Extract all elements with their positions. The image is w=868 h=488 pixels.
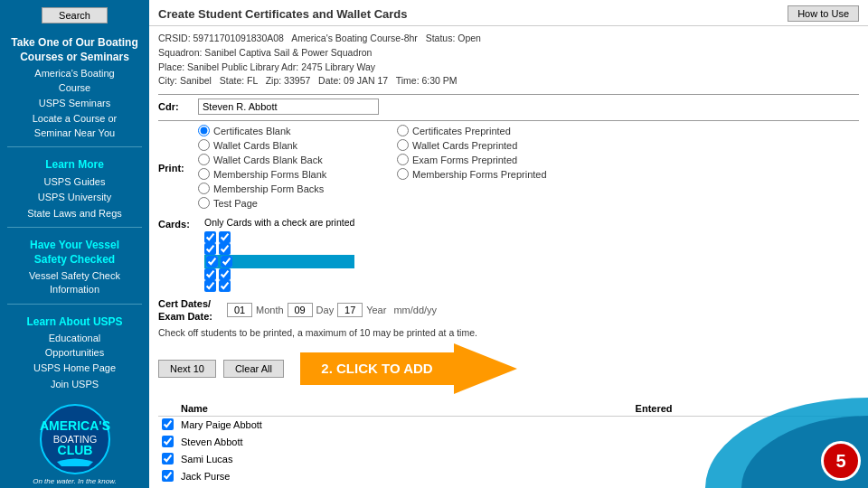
label-certs-preprinted: Certificates Preprinted [412,126,511,136]
card-check-5a[interactable] [204,280,216,292]
day-label: Day [316,305,335,315]
radio-membership-backs[interactable] [198,183,210,194]
info-crsid: CRSID: 59711701091830A08 [158,33,284,43]
click-to-add-arrow: 2. CLICK TO ADD [300,343,517,394]
info-time: Time: 6:30 PM [396,75,458,86]
sidebar-link-state-laws[interactable]: State Laws and Regs [27,207,122,221]
cards-row-3-highlighted [204,255,354,268]
card-check-3b[interactable] [221,256,232,267]
table-col-entered: Entered [632,401,859,417]
card-check-4a[interactable] [204,268,216,280]
info-place: Place: Sanibel Public Library Adr: 2475 … [158,61,375,72]
print-col-4a: Membership Forms Blank [198,168,397,180]
row-2-checkbox[interactable] [162,453,174,465]
radio-wallet-blank-back[interactable] [198,154,210,165]
info-course: America's Boating Course-8hr [291,33,418,43]
radio-wallet-preprinted[interactable] [397,139,409,151]
radio-wallet-blank[interactable] [198,139,210,151]
row-0-name: Mary Paige Abbott [177,416,632,434]
row-1-check-cell [158,434,177,451]
print-col-2b: Wallet Cards Preprinted [397,139,596,151]
sidebar-link-abc[interactable]: America's BoatingCourse [34,67,114,95]
cert-date-label-1: Cert Dates/ [158,298,211,309]
next-10-button[interactable]: Next 10 [158,360,216,378]
print-row-4: Membership Forms Blank Membership Forms … [198,168,596,180]
print-row-6: Test Page [198,197,596,209]
svg-text:AMERICA'S: AMERICA'S [40,418,110,433]
sidebar-link-usps-home[interactable]: USPS Home Page [33,361,116,375]
course-info: CRSID: 59711701091830A08 America's Boati… [158,32,859,89]
check-note: Check off students to be printed, a maxi… [158,327,859,338]
year-format: mm/dd/yy [393,305,437,315]
card-check-1b[interactable] [219,231,231,243]
sidebar-link-vsc[interactable]: Vessel Safety CheckInformation [29,269,120,297]
row-3-entered [632,468,859,485]
card-check-2b[interactable] [219,243,231,255]
table-col-name: Name [177,401,632,417]
cards-row-1 [204,231,354,243]
sidebar-link-locate[interactable]: Locate a Course orSeminar Near You [33,112,118,140]
clear-all-button[interactable]: Clear All [223,360,284,378]
search-button[interactable]: Search [42,7,108,23]
row-0-check-cell [158,416,177,434]
row-1-entered [632,434,859,451]
label-exam-preprinted: Exam Forms Preprinted [412,155,517,165]
radio-certs-blank[interactable] [198,125,210,136]
print-col-3a: Wallet Cards Blank Back [198,154,397,165]
sidebar-link-join[interactable]: Join USPS [51,378,99,391]
row-1-name: Steven Abbott [177,434,632,451]
row-1-checkbox[interactable] [162,436,174,447]
print-row-2: Wallet Cards Blank Wallet Cards Preprint… [198,139,596,151]
print-col-6a: Test Page [198,197,397,209]
radio-test-page[interactable] [198,197,210,209]
card-check-4b[interactable] [219,268,231,280]
logo-area: AMERICA'S BOATING CLUB On the water. In … [27,392,122,488]
sidebar: Search Take One of Our Boating Courses o… [0,0,149,488]
card-check-3a[interactable] [206,256,218,267]
cert-date-dayval-input[interactable] [337,303,363,317]
sidebar-tagline: On the water. In the know. [33,477,117,485]
radio-certs-preprinted[interactable] [397,125,409,136]
table-row: Steven Abbott [158,434,859,451]
print-row-1: Certificates Blank Certificates Preprint… [198,125,596,136]
info-zip: Zip: 33957 [266,75,311,86]
label-membership-preprinted: Membership Forms Preprinted [412,169,547,180]
row-3-checkbox[interactable] [162,470,174,482]
cards-row-5 [204,280,354,292]
cards-row-2 [204,243,354,255]
radio-membership-preprinted[interactable] [397,168,409,180]
sidebar-link-usps-guides[interactable]: USPS Guides [44,175,106,189]
cert-date-label-2: Exam Date: [158,311,212,322]
table-col-check [158,401,177,417]
print-col-5a: Membership Form Backs [198,183,397,194]
card-check-5b[interactable] [219,280,231,292]
row-3-check-cell [158,468,177,485]
cards-row-4 [204,268,354,280]
sidebar-link-edu[interactable]: EducationalOpportunities [45,332,104,360]
form-area: CRSID: 59711701091830A08 America's Boati… [149,26,868,488]
how-to-use-button[interactable]: How to Use [788,5,859,22]
sidebar-link-usps-seminars[interactable]: USPS Seminars [39,97,110,110]
cert-date-day-input[interactable] [227,303,252,317]
radio-exam-preprinted[interactable] [397,154,409,165]
label-certs-blank: Certificates Blank [213,126,291,136]
cert-date-row: Cert Dates/ Exam Date: Month Day Year mm… [158,297,859,324]
sidebar-link-usps-university[interactable]: USPS University [38,191,111,204]
radio-membership-blank[interactable] [198,168,210,180]
info-squadron: Squadron: Sanibel Captiva Sail & Power S… [158,47,372,58]
card-check-1a[interactable] [204,231,216,243]
sidebar-section-vessel: Have Your VesselSafety Checked [30,239,119,267]
table-row: Sami Lucas [158,451,859,468]
cards-label: Cards: [158,219,199,230]
row-0-checkbox[interactable] [162,418,174,430]
card-check-2a[interactable] [204,243,216,255]
label-wallet-blank: Wallet Cards Blank [213,140,297,151]
cert-date-month-input[interactable] [288,303,313,317]
print-label-row: Print: Certificates Blank Certificates P… [158,125,859,211]
cards-section: Cards: Only Cards with a check are print… [158,217,859,292]
year-label: Year [366,305,386,315]
cdr-input[interactable] [198,99,379,115]
print-row-3: Wallet Cards Blank Back Exam Forms Prepr… [198,154,596,165]
table-header-row: Name Entered [158,401,859,417]
table-row: Mary Paige Abbott [158,416,859,434]
